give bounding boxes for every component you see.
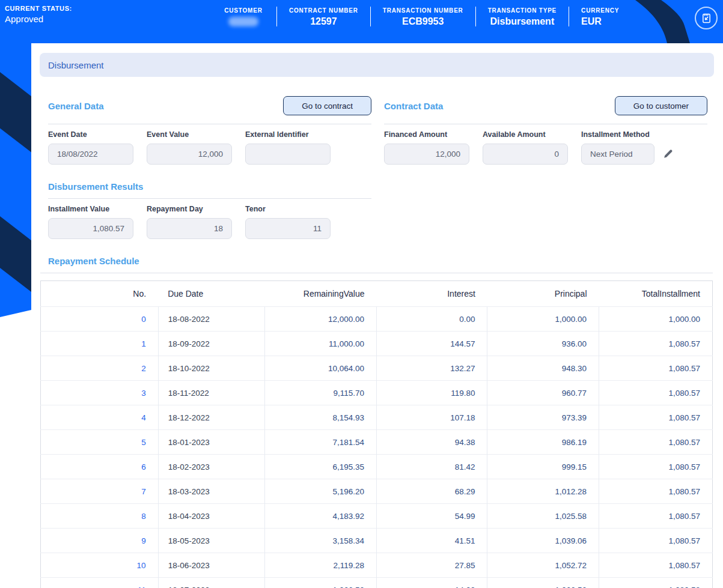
external-identifier-input[interactable] [245, 144, 331, 165]
table-row: 318-11-20229,115.70119.80960.771,080.57 [41, 381, 713, 405]
header-field-label: TRANSACTION NUMBER [383, 7, 463, 14]
tenor-label: Tenor [245, 205, 331, 213]
topbar-fields: CUSTOMERCONTRACT NUMBER12597TRANSACTION … [210, 6, 635, 27]
installment-method-label: Installment Method [581, 130, 674, 139]
table-cell: 1,000.00 [487, 307, 599, 332]
table-cell: 986.19 [487, 430, 599, 455]
table-cell: 54.99 [376, 504, 487, 529]
main-panel: Disbursement General Data Go to contract… [31, 43, 723, 588]
table-cell: 2,119.28 [265, 553, 377, 578]
table-cell: 8,154.93 [265, 405, 377, 430]
table-cell: 18-06-2023 [158, 553, 265, 578]
table-cell: 18-05-2023 [158, 529, 265, 553]
table-cell: 1,080.57 [599, 504, 713, 529]
current-status-block: CURRENT STATUS: Approved [5, 5, 72, 24]
event-date-input[interactable] [48, 144, 133, 165]
table-cell: 18-10-2022 [158, 356, 265, 381]
tenor-input[interactable] [245, 218, 331, 239]
column-header-totalinstallment: TotalInstallment [599, 281, 713, 307]
table-cell: 18-08-2022 [158, 307, 265, 332]
table-cell: 94.38 [376, 430, 487, 455]
table-cell: 1,066.56 [265, 578, 377, 588]
panel-header: Disbursement [40, 53, 714, 77]
repayment-day-input[interactable] [147, 218, 232, 239]
table-cell: 1,080.57 [599, 455, 713, 479]
header-field-contract-number: CONTRACT NUMBER12597 [277, 6, 370, 27]
table-cell: 18-01-2023 [158, 430, 265, 455]
table-cell: 1,080.57 [599, 332, 713, 356]
table-cell: 12,000.00 [265, 307, 377, 332]
current-status-value: Approved [5, 14, 72, 24]
header-field-label: CUSTOMER [222, 7, 264, 14]
table-cell: 81.42 [376, 455, 487, 479]
external-identifier-label: External Identifier [245, 130, 331, 139]
table-cell: 0.00 [376, 307, 487, 332]
repayment-day-label: Repayment Day [147, 205, 232, 213]
table-row: 1118-07-20231,066.5614.021,066.561,080.5… [41, 578, 713, 588]
repayment-day-field: Repayment Day [147, 205, 232, 239]
table-cell: 18-09-2022 [158, 332, 265, 356]
diagonal-band-decoration [0, 202, 31, 315]
table-cell: 1,080.57 [599, 529, 713, 553]
table-cell: 1,012.28 [487, 479, 599, 504]
financed-amount-input[interactable] [384, 144, 469, 165]
table-cell: 1,000.00 [599, 307, 713, 332]
document-export-button[interactable] [695, 7, 718, 29]
disbursement-results-title: Disbursement Results [48, 181, 143, 192]
table-cell: 1,080.57 [599, 405, 713, 430]
go-to-contract-button[interactable]: Go to contract [283, 96, 371, 115]
table-cell: 18-07-2023 [158, 578, 265, 588]
contract-data-section: Contract Data Go to customer Financed Am… [384, 96, 707, 239]
table-row: 1018-06-20232,119.2827.851,052.721,080.5… [41, 553, 713, 578]
table-cell: 14.02 [376, 578, 487, 588]
edit-installment-method-button[interactable] [662, 148, 674, 160]
table-cell: 9 [41, 529, 159, 553]
section-divider [40, 273, 713, 273]
customer-value-redacted [228, 17, 258, 26]
table-header-row: No.Due DateRemainingValueInterestPrincip… [41, 281, 713, 307]
table-cell: 9,115.70 [265, 381, 377, 405]
table-cell: 5 [41, 430, 159, 455]
left-decoration-strip [0, 0, 31, 317]
available-amount-input[interactable] [483, 144, 568, 165]
table-cell: 0 [41, 307, 159, 332]
table-cell: 1,080.57 [599, 430, 713, 455]
table-cell: 936.00 [487, 332, 599, 356]
header-field-value: Disbursement [488, 16, 557, 27]
table-cell: 18-03-2023 [158, 479, 265, 504]
table-cell: 144.57 [376, 332, 487, 356]
repayment-schedule-section: Repayment Schedule No.Due DateRemainingV… [40, 255, 713, 588]
table-cell: 68.29 [376, 479, 487, 504]
table-cell: 11 [41, 578, 159, 588]
table-row: 618-02-20236,195.3581.42999.151,080.57 [41, 455, 713, 479]
installment-method-input[interactable] [581, 144, 654, 165]
installment-method-field: Installment Method [581, 130, 674, 165]
table-cell: 1,066.56 [487, 578, 599, 588]
installment-value-input[interactable] [48, 218, 133, 239]
section-divider [48, 198, 371, 199]
table-cell: 999.15 [487, 455, 599, 479]
event-value-input[interactable] [147, 144, 232, 165]
event-date-field: Event Date [48, 130, 133, 165]
event-value-label: Event Value [147, 130, 232, 139]
section-divider [384, 124, 707, 124]
event-value-field: Event Value [147, 130, 232, 165]
table-cell: 107.18 [376, 405, 487, 430]
installment-value-label: Installment Value [48, 205, 133, 213]
table-row: 718-03-20235,196.2068.291,012.281,080.57 [41, 479, 713, 504]
go-to-customer-button[interactable]: Go to customer [615, 96, 707, 115]
pencil-icon [663, 149, 673, 159]
table-cell: 1,080.57 [599, 381, 713, 405]
header-field-label: CONTRACT NUMBER [289, 7, 358, 14]
table-cell: 5,196.20 [265, 479, 377, 504]
general-data-section: General Data Go to contract Event Date E… [48, 96, 371, 239]
external-identifier-field: External Identifier [245, 130, 331, 165]
column-header-no-: No. [41, 281, 159, 307]
table-cell: 119.80 [376, 381, 487, 405]
table-row: 518-01-20237,181.5494.38986.191,080.57 [41, 430, 713, 455]
tenor-field: Tenor [245, 205, 331, 239]
installment-value-field: Installment Value [48, 205, 133, 239]
table-cell: 948.30 [487, 356, 599, 381]
table-cell: 132.27 [376, 356, 487, 381]
table-body: 018-08-202212,000.000.001,000.001,000.00… [41, 307, 713, 588]
